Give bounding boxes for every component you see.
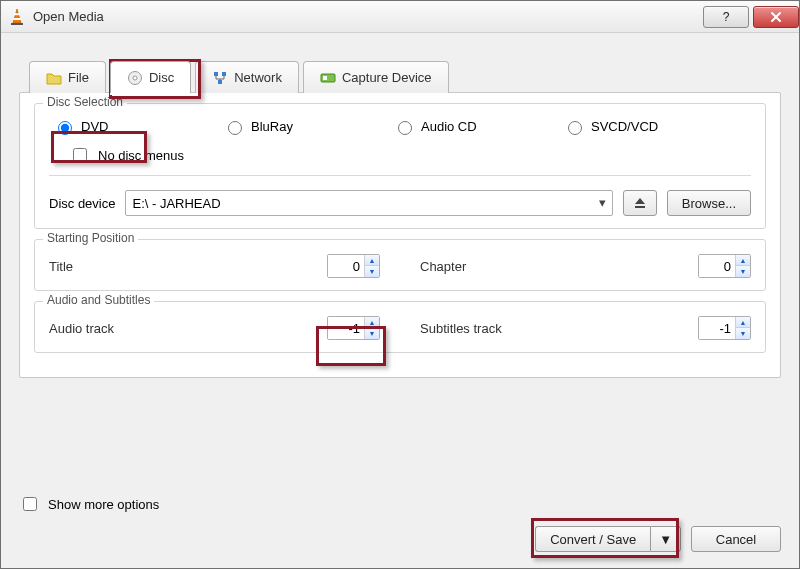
chapter-down[interactable]: ▼ — [736, 266, 750, 277]
folder-icon — [46, 70, 62, 86]
group-disc-selection: Disc Selection DVD BluRay Audio CD — [34, 103, 766, 229]
convert-save-button[interactable]: Convert / Save — [535, 526, 650, 552]
separator — [49, 175, 751, 176]
network-icon — [212, 70, 228, 86]
eject-icon — [632, 195, 648, 211]
title-spin[interactable]: ▲▼ — [327, 254, 380, 278]
radio-svcd-input[interactable] — [568, 121, 582, 135]
subs-down[interactable]: ▼ — [736, 328, 750, 339]
svg-rect-7 — [222, 72, 226, 76]
radio-bluray-input[interactable] — [228, 121, 242, 135]
subtitles-track-spin[interactable]: ▲▼ — [698, 316, 751, 340]
radio-dvd-label: DVD — [81, 119, 108, 134]
disc-selection-legend: Disc Selection — [43, 95, 127, 109]
chevron-down-icon: ▼ — [659, 532, 672, 547]
vlc-icon — [7, 7, 27, 27]
svg-rect-10 — [323, 76, 327, 80]
radio-bluray[interactable]: BluRay — [223, 118, 383, 135]
window-title: Open Media — [33, 9, 699, 24]
radio-audiocd-input[interactable] — [398, 121, 412, 135]
convert-save-label: Convert / Save — [550, 532, 636, 547]
title-input[interactable] — [328, 255, 364, 277]
show-more-checkbox[interactable] — [23, 497, 37, 511]
cancel-label: Cancel — [716, 532, 756, 547]
title-label: Title — [49, 259, 149, 274]
eject-button[interactable] — [623, 190, 657, 216]
help-button[interactable]: ? — [703, 6, 749, 28]
svg-rect-3 — [11, 23, 23, 25]
radio-dvd-input[interactable] — [58, 121, 72, 135]
svg-rect-6 — [214, 72, 218, 76]
tab-network[interactable]: Network — [195, 61, 299, 93]
close-button[interactable] — [753, 6, 799, 28]
audio-down[interactable]: ▼ — [365, 328, 379, 339]
svg-rect-8 — [218, 80, 222, 84]
svg-rect-1 — [14, 13, 20, 15]
svg-rect-11 — [635, 206, 645, 208]
disc-device-value: E:\ - JARHEAD — [132, 196, 220, 211]
tab-disc-label: Disc — [149, 70, 174, 85]
chapter-label: Chapter — [420, 259, 520, 274]
subtitles-track-label: Subtitles track — [420, 321, 540, 336]
radio-audiocd[interactable]: Audio CD — [393, 118, 553, 135]
tab-capture[interactable]: Capture Device — [303, 61, 449, 93]
subs-up[interactable]: ▲ — [736, 317, 750, 328]
no-disc-menus-label: No disc menus — [98, 148, 184, 163]
tab-row: File Disc Network Capture Device — [29, 61, 781, 93]
svg-rect-2 — [13, 18, 21, 20]
audio-subtitles-legend: Audio and Subtitles — [43, 293, 154, 307]
show-more-label: Show more options — [48, 497, 159, 512]
subtitles-track-input[interactable] — [699, 317, 735, 339]
tab-network-label: Network — [234, 70, 282, 85]
convert-save-split: Convert / Save ▼ — [535, 526, 681, 552]
starting-position-legend: Starting Position — [43, 231, 138, 245]
tab-file[interactable]: File — [29, 61, 106, 93]
radio-dvd[interactable]: DVD — [53, 118, 213, 135]
audio-up[interactable]: ▲ — [365, 317, 379, 328]
open-media-dialog: Open Media ? File Disc — [0, 0, 800, 569]
convert-save-dropdown[interactable]: ▼ — [650, 526, 681, 552]
svg-point-5 — [133, 76, 137, 80]
chapter-up[interactable]: ▲ — [736, 255, 750, 266]
footer: Show more options Convert / Save ▼ Cance… — [1, 484, 799, 568]
no-disc-menus-checkbox[interactable] — [73, 148, 87, 162]
tab-disc[interactable]: Disc — [110, 61, 191, 93]
tab-file-label: File — [68, 70, 89, 85]
tab-capture-label: Capture Device — [342, 70, 432, 85]
disc-device-select[interactable]: E:\ - JARHEAD — [125, 190, 612, 216]
tab-panel-disc: Disc Selection DVD BluRay Audio CD — [19, 92, 781, 378]
cancel-button[interactable]: Cancel — [691, 526, 781, 552]
radio-bluray-label: BluRay — [251, 119, 293, 134]
audio-track-input[interactable] — [328, 317, 364, 339]
capture-icon — [320, 70, 336, 86]
content-area: File Disc Network Capture Device — [1, 33, 799, 484]
chapter-spin[interactable]: ▲▼ — [698, 254, 751, 278]
title-down[interactable]: ▼ — [365, 266, 379, 277]
radio-svcd[interactable]: SVCD/VCD — [563, 118, 723, 135]
disc-icon — [127, 70, 143, 86]
browse-label: Browse... — [682, 196, 736, 211]
group-audio-subtitles: Audio and Subtitles Audio track ▲▼ Su — [34, 301, 766, 353]
radio-svcd-label: SVCD/VCD — [591, 119, 658, 134]
svg-marker-0 — [13, 9, 21, 23]
browse-button[interactable]: Browse... — [667, 190, 751, 216]
audio-track-label: Audio track — [49, 321, 149, 336]
group-starting-position: Starting Position Title ▲▼ Chapter — [34, 239, 766, 291]
audio-track-spin[interactable]: ▲▼ — [327, 316, 380, 340]
no-disc-menus[interactable]: No disc menus — [69, 145, 751, 165]
titlebar: Open Media ? — [1, 1, 799, 33]
show-more-options[interactable]: Show more options — [19, 494, 781, 514]
title-up[interactable]: ▲ — [365, 255, 379, 266]
radio-audiocd-label: Audio CD — [421, 119, 477, 134]
chapter-input[interactable] — [699, 255, 735, 277]
disc-device-label: Disc device — [49, 196, 115, 211]
